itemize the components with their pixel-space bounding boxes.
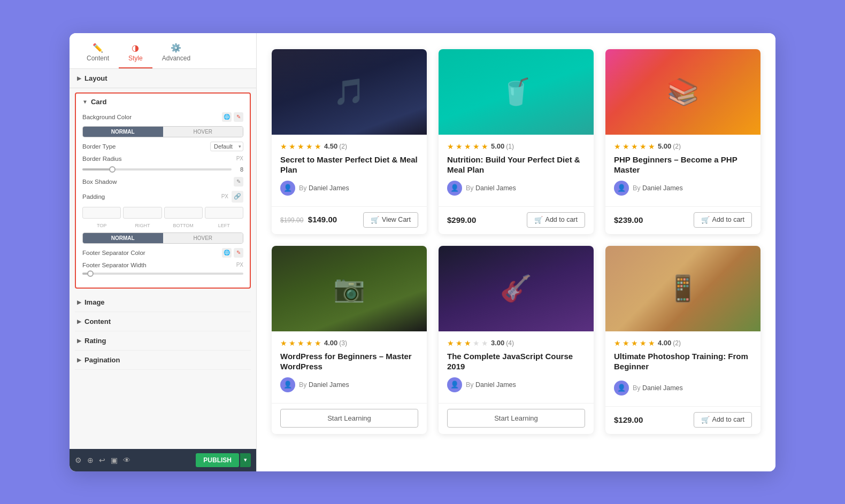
author-avatar: 👤 xyxy=(280,377,295,392)
tab-content-label: Content xyxy=(87,55,109,62)
tab-style[interactable]: ◑ Style xyxy=(119,38,152,68)
rating-count: (3) xyxy=(339,339,347,347)
footer-sep-unit: PX xyxy=(236,262,243,268)
style-icon: ◑ xyxy=(132,43,139,53)
card-image: 🥤 xyxy=(439,49,594,135)
star-full-icon: ★ xyxy=(447,339,454,347)
footer-sep-width-label-row: Footer Separator Width PX xyxy=(82,262,243,268)
add-to-cart-button[interactable]: 🛒 Add to cart xyxy=(694,412,752,428)
star-full-icon: ★ xyxy=(473,142,480,151)
pagination-section-header[interactable]: ▶ Pagination xyxy=(75,351,251,370)
author-avatar: 👤 xyxy=(614,181,629,196)
content-section-header[interactable]: ▶ Content xyxy=(75,312,251,331)
rating-section-label: Rating xyxy=(84,337,106,345)
bg-color-icons: 🌐 ✎ xyxy=(222,112,243,122)
border-type-select[interactable]: Default Solid Dashed Dotted xyxy=(210,142,243,151)
layout-section-header[interactable]: ▶ Layout xyxy=(70,69,256,88)
border-radius-slider[interactable] xyxy=(82,168,232,170)
normal-hover-toggle-2: NORMAL HOVER xyxy=(82,232,243,244)
card-footer: $299.00 🛒 Add to cart xyxy=(439,206,594,234)
view-cart-button[interactable]: 🛒 View Cart xyxy=(363,212,418,228)
padding-inputs xyxy=(82,207,243,219)
footer-sep-globe-icon[interactable]: 🌐 xyxy=(222,248,232,258)
by-label: By xyxy=(299,184,309,192)
star-full-icon: ★ xyxy=(456,339,463,347)
undo-toolbar-icon[interactable]: ↩ xyxy=(99,456,105,464)
normal-btn-2[interactable]: NORMAL xyxy=(83,233,163,243)
card-author: 👤 By Daniel James xyxy=(447,377,585,392)
card-author: 👤 By Daniel James xyxy=(614,381,752,396)
padding-unit: PX xyxy=(221,193,228,199)
layers-toolbar-icon[interactable]: ⊕ xyxy=(87,456,94,464)
course-card: 🎸 ★★★★★ 3.00 (4) The Complete JavaScript… xyxy=(439,246,594,434)
normal-btn-1[interactable]: NORMAL xyxy=(83,127,163,137)
star-full-icon: ★ xyxy=(614,339,621,347)
card-footer: $199.00 $149.00 🛒 View Cart xyxy=(272,206,427,234)
hover-btn-1[interactable]: HOVER xyxy=(163,127,243,137)
box-shadow-edit-icon[interactable]: ✎ xyxy=(234,177,243,187)
image-section-header[interactable]: ▶ Image xyxy=(75,293,251,312)
bg-color-label: Background Color xyxy=(82,114,220,120)
card-image: 📚 xyxy=(605,49,760,135)
author-name: By Daniel James xyxy=(633,184,683,192)
rating-number: 4.00 xyxy=(324,339,337,347)
star-full-icon: ★ xyxy=(623,339,629,347)
padding-top-input[interactable] xyxy=(82,207,121,219)
card-section-header[interactable]: ▼ Card xyxy=(76,94,250,110)
card-stars: ★★★★★ 5.00 (2) xyxy=(614,142,752,151)
rating-number: 4.50 xyxy=(324,142,337,150)
start-learning-button[interactable]: Start Learning xyxy=(447,409,585,428)
star-full-icon: ★ xyxy=(456,142,463,151)
bg-color-pen-icon[interactable]: ✎ xyxy=(234,112,243,122)
footer-sep-pen-icon[interactable]: ✎ xyxy=(234,248,243,258)
publish-button[interactable]: PUBLISH xyxy=(196,453,239,467)
padding-right-input[interactable] xyxy=(123,207,162,219)
rating-arrow-icon: ▶ xyxy=(77,338,81,344)
cart-icon: 🛒 xyxy=(701,216,710,224)
border-type-row: Border Type Default Solid Dashed Dotted xyxy=(82,142,243,151)
star-full-icon: ★ xyxy=(289,339,296,347)
star-empty-icon: ★ xyxy=(481,339,488,347)
border-radius-label-row: Border Radius PX xyxy=(82,156,243,162)
eye-toolbar-icon[interactable]: 👁 xyxy=(123,456,130,464)
star-full-icon: ★ xyxy=(297,339,304,347)
star-full-icon: ★ xyxy=(631,339,638,347)
rating-section-header[interactable]: ▶ Rating xyxy=(75,331,251,351)
card-footer: Start Learning xyxy=(439,403,594,434)
hover-btn-2[interactable]: HOVER xyxy=(163,233,243,243)
card-stars: ★★★★★ 4.00 (3) xyxy=(280,339,418,347)
cart-icon: 🛒 xyxy=(701,416,710,424)
star-full-icon: ★ xyxy=(306,339,313,347)
content-section-label: Content xyxy=(84,317,111,325)
tab-advanced[interactable]: ⚙️ Advanced xyxy=(152,38,200,68)
tab-content[interactable]: ✏️ Content xyxy=(77,38,119,68)
add-to-cart-button[interactable]: 🛒 Add to cart xyxy=(527,212,585,228)
rating-count: (2) xyxy=(339,143,347,150)
sidebar: ✏️ Content ◑ Style ⚙️ Advanced ▶ Layout … xyxy=(70,33,257,471)
card-title: Secret to Master Perfect Diet & Meal Pla… xyxy=(280,154,418,175)
settings-toolbar-icon[interactable]: ⚙ xyxy=(75,456,82,464)
author-avatar: 👤 xyxy=(447,377,462,392)
card-title: Nutrition: Build Your Perfect Diet & Mea… xyxy=(447,154,585,175)
by-label: By xyxy=(633,184,642,192)
start-learning-button[interactable]: Start Learning xyxy=(280,409,418,428)
star-full-icon: ★ xyxy=(631,142,638,151)
card-stars: ★★★★★ 5.00 (1) xyxy=(447,142,585,151)
sidebar-bottom-sections: ▶ Image ▶ Content ▶ Rating ▶ Pagination xyxy=(70,293,256,370)
publish-dropdown-button[interactable]: ▾ xyxy=(240,453,251,467)
bg-color-row: Background Color 🌐 ✎ xyxy=(82,112,243,122)
author-avatar: 👤 xyxy=(447,181,462,196)
footer-sep-width-slider[interactable] xyxy=(82,273,243,275)
padding-bottom-label: BOTTOM xyxy=(164,223,203,228)
padding-link-icon[interactable]: 🔗 xyxy=(232,191,243,203)
card-info: ★★★★★ 4.00 (3) WordPress for Beginners –… xyxy=(272,331,427,403)
padding-left-input[interactable] xyxy=(205,207,243,219)
by-label: By xyxy=(299,381,309,389)
bg-color-globe-icon[interactable]: 🌐 xyxy=(222,112,232,122)
padding-bottom-input[interactable] xyxy=(164,207,203,219)
author-name: By Daniel James xyxy=(466,184,516,192)
footer-sep-color-row: Footer Separator Color 🌐 ✎ xyxy=(82,248,243,258)
grid-toolbar-icon[interactable]: ▣ xyxy=(111,456,118,464)
add-to-cart-button[interactable]: 🛒 Add to cart xyxy=(694,212,752,228)
box-shadow-row: Box Shadow ✎ xyxy=(82,177,243,187)
